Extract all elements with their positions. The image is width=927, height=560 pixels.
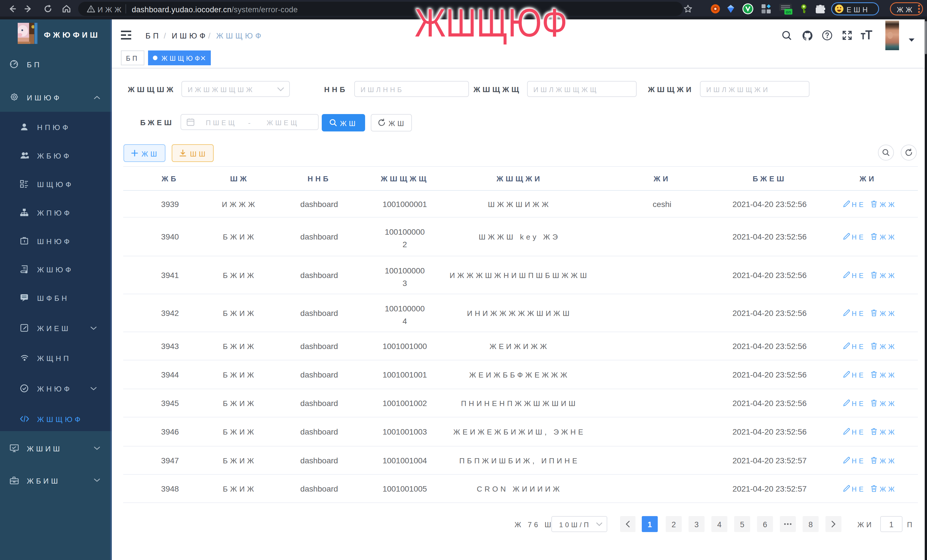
svg-text:on: on bbox=[786, 9, 791, 14]
